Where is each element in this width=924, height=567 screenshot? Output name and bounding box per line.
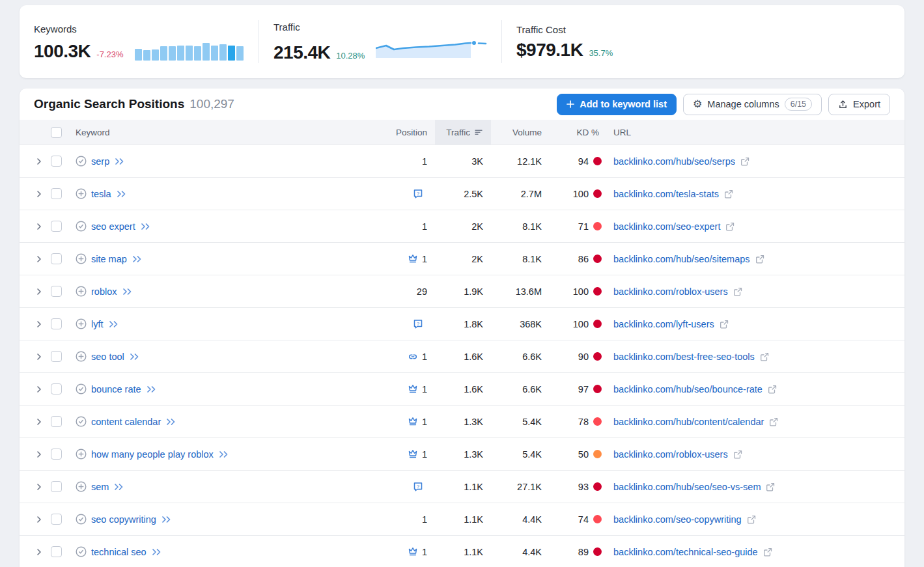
external-link-icon[interactable] xyxy=(720,320,729,329)
external-link-icon[interactable] xyxy=(724,189,733,199)
external-link-icon[interactable] xyxy=(733,287,742,296)
expand-row-chevron-icon[interactable] xyxy=(35,516,43,523)
traffic-value: 2.5K xyxy=(435,189,491,199)
header-position[interactable]: Position xyxy=(337,128,435,137)
keyword-link[interactable]: roblox xyxy=(91,286,117,297)
expand-row-chevron-icon[interactable] xyxy=(35,385,43,393)
external-link-icon[interactable] xyxy=(768,385,777,394)
row-checkbox[interactable] xyxy=(51,383,62,394)
keyword-link[interactable]: seo copywriting xyxy=(91,514,156,525)
double-chevron-icon[interactable] xyxy=(132,255,143,263)
row-checkbox[interactable] xyxy=(51,351,62,362)
expand-row-chevron-icon[interactable] xyxy=(35,255,43,263)
export-button[interactable]: Export xyxy=(828,94,890,115)
plus-circle-icon xyxy=(76,253,87,264)
keyword-link[interactable]: how many people play roblox xyxy=(91,449,214,460)
row-checkbox[interactable] xyxy=(51,514,62,525)
double-chevron-icon[interactable] xyxy=(218,450,229,458)
header-volume[interactable]: Volume xyxy=(491,128,550,137)
row-checkbox[interactable] xyxy=(51,546,62,557)
external-link-icon[interactable] xyxy=(725,222,735,231)
expand-row-chevron-icon[interactable] xyxy=(35,353,43,361)
url-link[interactable]: backlinko.com/roblox-users xyxy=(613,286,728,297)
double-chevron-icon[interactable] xyxy=(122,288,133,296)
manage-columns-button[interactable]: ⚙ Manage columns 6/15 xyxy=(683,94,822,115)
url-link[interactable]: backlinko.com/best-free-seo-tools xyxy=(613,352,755,362)
double-chevron-icon[interactable] xyxy=(108,320,119,328)
add-to-keyword-list-button[interactable]: Add to keyword list xyxy=(557,94,677,115)
row-checkbox[interactable] xyxy=(51,449,62,460)
header-keyword: Keyword xyxy=(69,128,337,137)
row-checkbox[interactable] xyxy=(51,481,62,492)
row-checkbox[interactable] xyxy=(51,156,62,167)
question-bubble-icon: ? xyxy=(413,189,423,199)
url-link[interactable]: backlinko.com/lyft-users xyxy=(613,319,714,329)
external-link-icon[interactable] xyxy=(755,255,764,264)
keyword-link[interactable]: sem xyxy=(91,482,109,492)
url-link[interactable]: backlinko.com/hub/seo/bounce-rate xyxy=(613,384,763,394)
expand-row-chevron-icon[interactable] xyxy=(35,418,43,426)
double-chevron-icon[interactable] xyxy=(146,385,157,393)
keyword-link[interactable]: tesla xyxy=(91,189,111,199)
url-link[interactable]: backlinko.com/hub/content/calendar xyxy=(613,417,764,427)
keyword-link[interactable]: bounce rate xyxy=(91,384,141,394)
external-link-icon[interactable] xyxy=(740,157,749,166)
url-link[interactable]: backlinko.com/hub/seo/seo-vs-sem xyxy=(613,482,761,492)
external-link-icon[interactable] xyxy=(760,352,769,361)
expand-row-chevron-icon[interactable] xyxy=(35,158,43,165)
row-checkbox[interactable] xyxy=(51,188,62,199)
expand-row-chevron-icon[interactable] xyxy=(35,450,43,458)
url-link[interactable]: backlinko.com/seo-expert xyxy=(613,221,720,232)
url-link[interactable]: backlinko.com/tesla-stats xyxy=(613,189,719,199)
double-chevron-icon[interactable] xyxy=(151,548,162,556)
double-chevron-icon[interactable] xyxy=(165,418,176,426)
keyword-link[interactable]: content calendar xyxy=(91,417,161,427)
external-link-icon[interactable] xyxy=(747,515,756,524)
kd-difficulty-dot xyxy=(593,287,602,296)
expand-row-chevron-icon[interactable] xyxy=(35,223,43,230)
double-chevron-icon[interactable] xyxy=(161,516,172,523)
external-link-icon[interactable] xyxy=(763,547,772,557)
position-value: 1 xyxy=(422,547,427,557)
expand-row-chevron-icon[interactable] xyxy=(35,483,43,491)
keyword-link[interactable]: site map xyxy=(91,254,127,264)
double-chevron-icon[interactable] xyxy=(114,158,125,165)
url-link[interactable]: backlinko.com/technical-seo-guide xyxy=(613,547,758,557)
header-kd[interactable]: KD % xyxy=(550,128,606,137)
position-value: 1 xyxy=(422,384,427,394)
external-link-icon[interactable] xyxy=(769,417,778,426)
keyword-link[interactable]: seo expert xyxy=(91,221,135,232)
keyword-link[interactable]: technical seo xyxy=(91,547,147,557)
plus-circle-icon xyxy=(76,351,87,362)
url-link[interactable]: backlinko.com/seo-copywriting xyxy=(613,514,742,525)
kd-value: 74 xyxy=(578,514,589,525)
double-chevron-icon[interactable] xyxy=(129,353,140,361)
external-link-icon[interactable] xyxy=(733,450,742,459)
double-chevron-icon[interactable] xyxy=(113,483,124,491)
row-checkbox[interactable] xyxy=(51,416,62,427)
url-link[interactable]: backlinko.com/roblox-users xyxy=(613,449,728,460)
select-all-checkbox[interactable] xyxy=(51,127,62,138)
row-checkbox[interactable] xyxy=(51,286,62,297)
row-checkbox[interactable] xyxy=(51,253,62,264)
url-link[interactable]: backlinko.com/hub/seo/serps xyxy=(613,156,735,167)
expand-row-chevron-icon[interactable] xyxy=(35,320,43,328)
keyword-link[interactable]: serp xyxy=(91,156,109,167)
organic-search-positions-card: Organic Search Positions 100,297 Add to … xyxy=(20,89,904,567)
double-chevron-icon[interactable] xyxy=(116,190,127,198)
volume-value: 12.1K xyxy=(491,156,550,167)
keyword-link[interactable]: seo tool xyxy=(91,352,124,362)
expand-row-chevron-icon[interactable] xyxy=(35,288,43,296)
url-link[interactable]: backlinko.com/hub/seo/sitemaps xyxy=(613,254,750,264)
expand-row-chevron-icon[interactable] xyxy=(35,190,43,198)
keyword-link[interactable]: lyft xyxy=(91,319,104,329)
header-traffic[interactable]: Traffic xyxy=(435,120,491,145)
table-row: seo tool ? 1 1.6K 6.6K 90 backlinko.com/… xyxy=(20,340,904,372)
traffic-value: 1.1K xyxy=(435,514,491,525)
external-link-icon[interactable] xyxy=(766,482,775,491)
row-checkbox[interactable] xyxy=(51,318,62,329)
double-chevron-icon[interactable] xyxy=(140,223,151,230)
row-checkbox[interactable] xyxy=(51,221,62,232)
expand-row-chevron-icon[interactable] xyxy=(35,548,43,556)
traffic-sparkline-chart xyxy=(376,38,488,59)
